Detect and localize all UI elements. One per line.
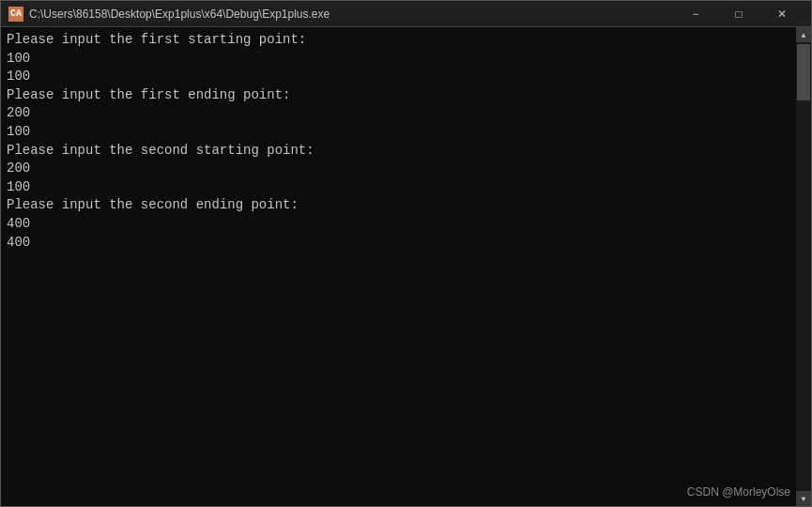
scrollbar[interactable]: ▲ ▼ [796, 27, 811, 506]
watermark: CSDN @MorleyOlse [687, 485, 790, 499]
console-area: Please input the first starting point: 1… [1, 27, 811, 506]
scroll-down-arrow[interactable]: ▼ [796, 491, 811, 506]
minimize-button[interactable]: − [674, 1, 717, 27]
app-icon: CA [8, 7, 23, 22]
console-window: CA C:\Users\86158\Desktop\Exp1plus\x64\D… [0, 0, 812, 507]
app-icon-label: CA [10, 8, 22, 19]
window-controls: − □ ✕ [674, 1, 804, 27]
console-output: Please input the first starting point: 1… [7, 31, 805, 252]
close-button[interactable]: ✕ [760, 1, 804, 27]
scrollbar-track [796, 42, 811, 491]
scroll-up-arrow[interactable]: ▲ [796, 27, 811, 42]
title-bar: CA C:\Users\86158\Desktop\Exp1plus\x64\D… [1, 1, 811, 27]
window-title: C:\Users\86158\Desktop\Exp1plus\x64\Debu… [29, 8, 674, 21]
scrollbar-thumb[interactable] [797, 44, 810, 100]
maximize-button[interactable]: □ [717, 1, 760, 27]
